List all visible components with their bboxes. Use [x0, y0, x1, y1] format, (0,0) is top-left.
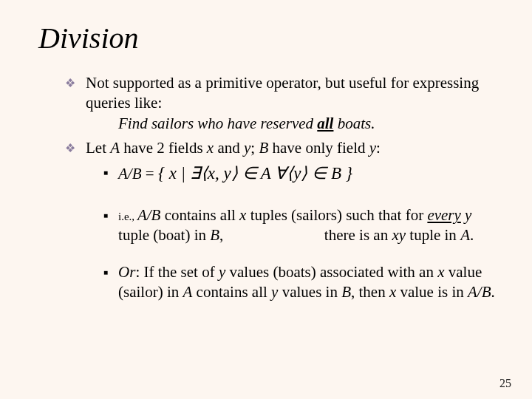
s3-p1: : If the set of: [135, 263, 219, 281]
s2-every: every: [427, 206, 460, 224]
s2-gap: [223, 226, 324, 244]
s3-p4: contains all: [192, 283, 271, 301]
s2-y: y: [465, 206, 471, 224]
s3-y: y: [219, 263, 225, 281]
main-bullet-list: ❖ Not supported as a primitive operator,…: [65, 73, 502, 158]
s2-dot: .: [470, 226, 474, 244]
sub-bullet-list: ■ A/B = { x | ∃⟨x, y⟩ ∈ A ∀⟨y⟩ ∈ B } ■ i…: [103, 163, 502, 302]
page-number: 25: [499, 377, 511, 390]
square-icon: ■: [103, 267, 108, 277]
bullet-1-body: Not supported as a primitive operator, b…: [86, 73, 502, 134]
s3-dot: .: [491, 283, 495, 301]
s3-x2: x: [389, 283, 396, 301]
s2-p1: contains all: [160, 206, 239, 224]
b2-A: A: [110, 139, 120, 157]
s2-B: B: [210, 226, 219, 244]
diamond-icon: ❖: [65, 76, 75, 92]
division-formula: { x | ∃⟨x, y⟩ ∈ A ∀⟨y⟩ ∈ B }: [158, 164, 352, 183]
s2-ab: A/B: [137, 206, 161, 224]
b2-y: y: [244, 139, 250, 157]
square-icon: ■: [103, 211, 108, 220]
bullet-1-text: Not supported as a primitive operator, b…: [86, 74, 479, 112]
example-prefix: Find sailors who have reserved: [118, 115, 317, 132]
s1-ab: A/B: [118, 165, 142, 183]
s2-ie: i.e.,: [118, 211, 137, 222]
b2-semi: ;: [250, 139, 259, 157]
s3-x: x: [437, 263, 444, 281]
example-all: all: [317, 115, 333, 132]
b2-B: B: [259, 139, 268, 157]
bullet-1-example: Find sailors who have reserved all boats…: [118, 114, 502, 134]
bullet-2-body: Let A have 2 fields x and y; B have only…: [86, 138, 502, 158]
sub-3: ■ Or: If the set of y values (boats) ass…: [103, 262, 502, 303]
s3-or: Or: [118, 263, 135, 281]
sub-3-body: Or: If the set of y values (boats) assoc…: [118, 262, 502, 303]
s2-p2: tuples (sailors) such that for: [246, 206, 427, 224]
sub-1-body: A/B = { x | ∃⟨x, y⟩ ∈ A ∀⟨y⟩ ∈ B }: [118, 163, 502, 185]
bullet-2: ❖ Let A have 2 fields x and y; B have on…: [65, 138, 502, 158]
b2-and: and: [214, 139, 244, 157]
s2-p3: tuple (boat) in: [118, 226, 210, 244]
s2-xy: xy: [392, 226, 406, 244]
s1-eq: =: [142, 165, 158, 183]
s3-p5: values in: [278, 283, 341, 301]
b2-t2: have 2 fields: [120, 139, 207, 157]
b2-t3: have only field: [268, 139, 369, 157]
s3-p6: , then: [351, 283, 389, 301]
b2-x: x: [207, 139, 214, 157]
sub-2: ■ i.e., A/B contains all x tuples (sailo…: [103, 205, 502, 246]
s3-ab: A/B: [468, 283, 491, 301]
sub-1: ■ A/B = { x | ∃⟨x, y⟩ ∈ A ∀⟨y⟩ ∈ B }: [103, 163, 502, 185]
diamond-icon: ❖: [65, 141, 75, 157]
s3-A: A: [183, 283, 193, 301]
s2-p4: there is an: [324, 226, 392, 244]
sub-2-body: i.e., A/B contains all x tuples (sailors…: [118, 205, 502, 246]
square-icon: ■: [103, 168, 108, 177]
slide-title: Division: [38, 21, 502, 55]
b2-t1: Let: [86, 139, 110, 157]
s3-p7: value is in: [396, 283, 468, 301]
s3-p2: values (boats) associated with an: [225, 263, 437, 281]
s2-p5: tuple in: [406, 226, 460, 244]
s3-B: B: [341, 283, 351, 301]
b2-colon: :: [376, 139, 381, 157]
example-suffix: boats.: [333, 115, 375, 132]
b2-y2: y: [369, 139, 376, 157]
bullet-1: ❖ Not supported as a primitive operator,…: [65, 73, 502, 134]
s2-A: A: [460, 226, 470, 244]
